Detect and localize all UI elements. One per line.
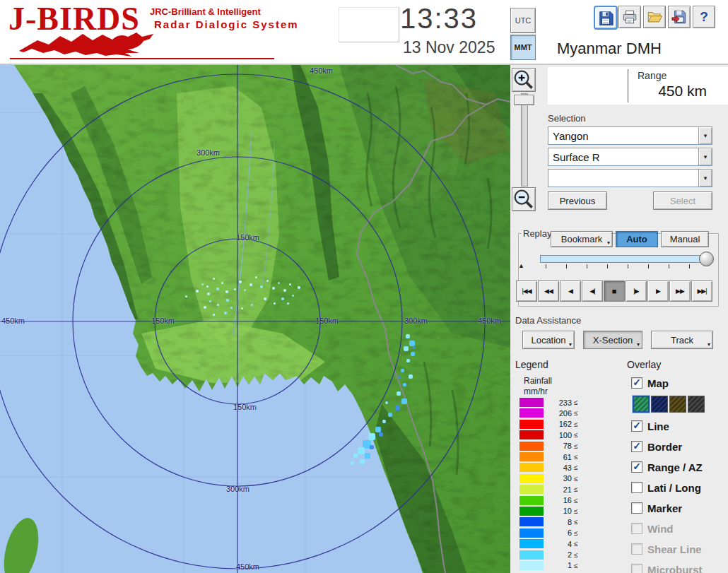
lati-long-checkbox-label: Lati / Long xyxy=(647,482,701,494)
less-equal-icon: ≤ xyxy=(574,453,578,461)
zoom-in-button[interactable] xyxy=(512,68,536,92)
location-button[interactable]: Location▾ xyxy=(522,331,575,349)
replay-skip-to-start-button[interactable]: |◀◀ xyxy=(516,280,537,302)
mmt-toggle-button[interactable]: MMT xyxy=(510,35,536,60)
legend-threshold-value: 8 xyxy=(546,518,572,526)
map-style-swatch-3[interactable] xyxy=(688,396,705,413)
open-file-button[interactable] xyxy=(643,6,666,28)
app-logo-subtitle-1: JRC-Brilliant & Intelligent xyxy=(150,6,261,17)
legend-row: 2≤ xyxy=(519,550,590,559)
radar-map[interactable]: 450km300km150km450km150km150km300km450km… xyxy=(0,65,510,573)
overlay-item-wind: Wind xyxy=(631,521,728,536)
utc-toggle-button[interactable]: UTC xyxy=(510,8,536,33)
bookmark-button[interactable]: Bookmark ▾ xyxy=(551,231,613,247)
replay-fast-forward-button[interactable]: ▶▶ xyxy=(669,280,691,302)
replay-fast-rewind-button[interactable]: ◀◀ xyxy=(538,280,559,302)
legend-row: 1≤ xyxy=(519,561,590,570)
replay-step-back-button[interactable]: ◀| xyxy=(582,280,603,302)
manual-mode-button[interactable]: Manual xyxy=(661,231,709,247)
legend-row: 16≤ xyxy=(519,496,590,505)
jbirds-app: J-BIRDS JRC-Brilliant & Intelligent Rada… xyxy=(0,0,728,573)
line-checkbox[interactable]: ✓ xyxy=(631,420,642,432)
legend-color-swatch xyxy=(519,507,544,516)
extra-combobox[interactable]: ▾ xyxy=(548,169,712,187)
product-combobox[interactable]: Surface R ▾ xyxy=(548,148,712,166)
replay-skip-to-end-button[interactable]: ▶▶| xyxy=(691,280,712,302)
range-ring-labels: 450km300km150km450km150km150km300km450km… xyxy=(0,65,510,573)
legend-color-swatch xyxy=(519,528,544,538)
clock-date: 13 Nov 2025 xyxy=(403,38,495,57)
timeline-ticks xyxy=(546,264,694,268)
zoom-slider-thumb[interactable] xyxy=(514,95,534,105)
legend-color-swatch xyxy=(519,561,544,570)
data-assistance-buttons: Location▾X-Section▾Track▾ xyxy=(522,331,714,349)
replay-play-button[interactable]: ▶ xyxy=(647,280,669,302)
range-ring-label: 300km xyxy=(196,148,220,157)
less-equal-icon: ≤ xyxy=(574,485,578,493)
timeline-thumb[interactable] xyxy=(699,252,714,266)
legend-row: 21≤ xyxy=(519,485,590,494)
dropdown-corner-icon: ▾ xyxy=(607,240,610,246)
legend-row: 8≤ xyxy=(519,517,590,526)
legend-color-swatch xyxy=(519,452,544,461)
clock-time: 13:33 xyxy=(400,3,478,35)
border-checkbox-label: Border xyxy=(647,441,682,453)
legend-row: 162≤ xyxy=(519,420,590,429)
timeline-tick xyxy=(607,264,608,268)
range-ring-label: 150km xyxy=(233,403,257,411)
header-bar: J-BIRDS JRC-Brilliant & Intelligent Rada… xyxy=(0,0,728,65)
range-ring-label: 150km xyxy=(236,233,259,242)
legend-unit-line2: mm/hr xyxy=(524,386,548,396)
legend-row: 100≤ xyxy=(519,430,590,439)
site-combobox[interactable]: Yangon ▾ xyxy=(548,126,712,145)
range-ring-label: 450km xyxy=(236,562,259,571)
range-ring-label: 300km xyxy=(226,485,249,493)
map-style-swatch-0[interactable] xyxy=(633,396,650,413)
product-combobox-value: Surface R xyxy=(548,148,698,165)
overlay-item-line: ✓Line xyxy=(631,418,728,434)
save-icon xyxy=(598,10,613,25)
map-style-swatch-1[interactable] xyxy=(651,396,668,413)
replay-timeline-slider[interactable] xyxy=(540,255,712,263)
border-checkbox[interactable]: ✓ xyxy=(631,441,642,452)
x-section-button[interactable]: X-Section▾ xyxy=(583,331,642,349)
chevron-down-icon[interactable]: ▾ xyxy=(698,127,712,144)
less-equal-icon: ≤ xyxy=(574,529,578,537)
replay-step-forward-button[interactable]: |▶ xyxy=(626,280,647,302)
legend-row: 30≤ xyxy=(519,474,590,483)
legend-threshold-value: 1 xyxy=(546,561,572,569)
open-folder-icon xyxy=(647,9,662,25)
timeline-tick xyxy=(546,264,546,268)
auto-mode-button[interactable]: Auto xyxy=(616,231,658,247)
track-button[interactable]: Track▾ xyxy=(651,331,713,349)
replay-stop-button[interactable]: ■ xyxy=(604,280,625,302)
legend-row: 4≤ xyxy=(519,539,590,548)
legend-threshold-value: 6 xyxy=(546,528,572,537)
overlay-item-microburst: Microburst xyxy=(631,562,728,573)
help-button[interactable]: ? xyxy=(693,6,715,28)
legend-threshold-value: 162 xyxy=(546,420,572,428)
replay-play-reverse-button[interactable]: ◀ xyxy=(560,280,581,302)
legend-threshold-value: 43 xyxy=(546,463,572,472)
zoom-out-button[interactable] xyxy=(512,187,536,211)
legend-threshold-value: 61 xyxy=(546,453,572,461)
overlay-item-map: ✓Map xyxy=(631,375,728,391)
range-az-checkbox[interactable]: ✓ xyxy=(631,461,642,473)
previous-button[interactable]: Previous xyxy=(548,191,607,210)
save-button[interactable] xyxy=(594,6,618,30)
less-equal-icon: ≤ xyxy=(574,463,578,471)
map-style-swatch-2[interactable] xyxy=(669,396,686,413)
export-button[interactable] xyxy=(668,6,691,28)
map-checkbox[interactable]: ✓ xyxy=(631,377,642,389)
lati-long-checkbox[interactable] xyxy=(631,482,642,493)
zoom-slider[interactable] xyxy=(521,93,528,187)
chevron-down-icon[interactable]: ▾ xyxy=(698,148,712,165)
select-button[interactable]: Select xyxy=(653,191,712,210)
dropdown-corner-icon: ▾ xyxy=(569,342,572,348)
legend-threshold-value: 78 xyxy=(546,442,572,450)
chevron-down-icon[interactable]: ▾ xyxy=(698,170,712,187)
print-button[interactable] xyxy=(618,6,641,28)
shear-line-checkbox xyxy=(631,543,642,555)
marker-checkbox[interactable] xyxy=(631,502,642,514)
less-equal-icon: ≤ xyxy=(574,420,578,428)
